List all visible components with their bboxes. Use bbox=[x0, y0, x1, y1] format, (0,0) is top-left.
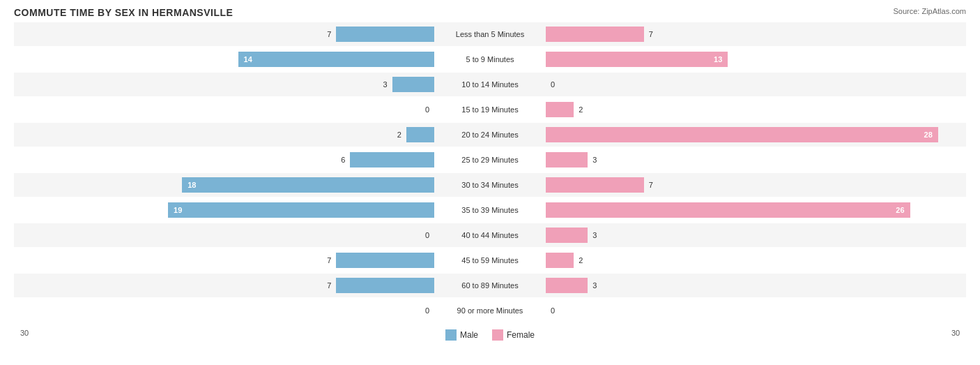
chart-row: 220 to 24 Minutes28 bbox=[14, 123, 966, 147]
male-value-label: 19 bbox=[171, 206, 185, 214]
chart-row: 040 to 44 Minutes3 bbox=[14, 223, 966, 247]
legend-female: Female bbox=[492, 329, 535, 341]
male-bar: 3 bbox=[392, 77, 434, 92]
male-bar: 7 bbox=[336, 253, 434, 268]
male-value-label: 14 bbox=[241, 55, 255, 64]
female-bar-container: 3 bbox=[546, 274, 966, 297]
male-bar-container: 14 bbox=[14, 47, 434, 71]
male-bar-container: 7 bbox=[14, 274, 434, 297]
row-label: 90 or more Minutes bbox=[434, 306, 546, 315]
row-label: Less than 5 Minutes bbox=[434, 30, 546, 38]
female-bar-container: 2 bbox=[546, 248, 966, 272]
chart-row: 310 to 14 Minutes0 bbox=[14, 73, 966, 96]
male-bar-container: 2 bbox=[14, 123, 434, 147]
bottom-section: 30 Male Female 30 bbox=[14, 325, 966, 341]
female-value-label: 0 bbox=[548, 80, 558, 89]
row-label: 60 to 89 Minutes bbox=[434, 281, 546, 290]
male-bar: 18 bbox=[182, 177, 434, 193]
row-label: 15 to 19 Minutes bbox=[434, 105, 546, 114]
bars-area: 7Less than 5 Minutes7145 to 9 Minutes133… bbox=[14, 22, 966, 322]
row-label: 25 to 29 Minutes bbox=[434, 156, 546, 164]
female-value-label: 2 bbox=[576, 105, 585, 114]
row-label: 30 to 34 Minutes bbox=[434, 181, 546, 189]
male-bar-container: 0 bbox=[14, 299, 434, 322]
male-bar: 6 bbox=[350, 152, 434, 167]
chart-row: 015 to 19 Minutes2 bbox=[14, 98, 966, 121]
female-bar-container: 3 bbox=[546, 223, 966, 247]
chart-container: COMMUTE TIME BY SEX IN HERMANSVILLE Sour… bbox=[0, 0, 980, 365]
male-bar: 19 bbox=[168, 202, 434, 218]
female-bar-container: 26 bbox=[546, 198, 966, 222]
female-bar: 28 bbox=[546, 127, 938, 142]
source-text: Source: ZipAtlas.com bbox=[893, 7, 966, 15]
male-value-label: 7 bbox=[324, 256, 334, 265]
chart-row: 145 to 9 Minutes13 bbox=[14, 47, 966, 71]
male-bar: 7 bbox=[336, 278, 434, 293]
chart-row: 1935 to 39 Minutes26 bbox=[14, 198, 966, 222]
female-value-label: 13 bbox=[711, 55, 725, 64]
row-label: 20 to 24 Minutes bbox=[434, 131, 546, 139]
female-value-label: 7 bbox=[646, 181, 656, 189]
chart-row: 625 to 29 Minutes3 bbox=[14, 148, 966, 172]
female-value-label: 7 bbox=[646, 30, 656, 38]
female-value-label: 28 bbox=[921, 131, 935, 139]
chart-row: 090 or more Minutes0 bbox=[14, 299, 966, 322]
row-label: 5 to 9 Minutes bbox=[434, 55, 546, 64]
female-bar: 2 bbox=[546, 102, 574, 117]
legend-male-label: Male bbox=[460, 330, 478, 340]
axis-right-label: 30 bbox=[945, 329, 966, 337]
legend-male: Male bbox=[445, 329, 478, 341]
female-bar: 3 bbox=[546, 278, 588, 293]
legend-female-box bbox=[492, 329, 503, 341]
female-value-label: 2 bbox=[576, 256, 585, 265]
female-bar-container: 7 bbox=[546, 22, 966, 46]
male-value-label: 18 bbox=[185, 181, 199, 189]
female-bar: 13 bbox=[546, 52, 728, 67]
chart-row: 760 to 89 Minutes3 bbox=[14, 274, 966, 297]
female-bar: 7 bbox=[546, 177, 644, 193]
male-bar: 2 bbox=[406, 127, 434, 142]
male-value-label: 7 bbox=[324, 281, 334, 290]
male-bar-container: 7 bbox=[14, 22, 434, 46]
female-value-label: 3 bbox=[590, 156, 599, 164]
legend-female-label: Female bbox=[507, 330, 535, 340]
male-value-label: 7 bbox=[324, 30, 334, 38]
female-value-label: 0 bbox=[548, 306, 558, 315]
female-value-label: 26 bbox=[893, 206, 907, 214]
female-bar: 7 bbox=[546, 27, 644, 42]
male-value-label: 2 bbox=[395, 131, 404, 139]
male-bar-container: 0 bbox=[14, 98, 434, 121]
female-bar-container: 0 bbox=[546, 299, 966, 322]
chart-row: 745 to 59 Minutes2 bbox=[14, 248, 966, 272]
female-bar: 3 bbox=[546, 228, 588, 243]
male-bar-container: 7 bbox=[14, 248, 434, 272]
female-bar-container: 2 bbox=[546, 98, 966, 121]
female-bar: 3 bbox=[546, 152, 588, 167]
chart-row: 1830 to 34 Minutes7 bbox=[14, 173, 966, 197]
male-value-label: 0 bbox=[422, 105, 432, 114]
male-value-label: 0 bbox=[422, 231, 432, 239]
female-bar-container: 0 bbox=[546, 73, 966, 96]
female-bar-container: 13 bbox=[546, 47, 966, 71]
male-value-label: 0 bbox=[422, 306, 432, 315]
row-label: 35 to 39 Minutes bbox=[434, 206, 546, 214]
chart-row: 7Less than 5 Minutes7 bbox=[14, 22, 966, 46]
male-bar-container: 3 bbox=[14, 73, 434, 96]
legend-male-box bbox=[445, 329, 457, 341]
legend: Male Female bbox=[445, 329, 535, 341]
female-bar: 2 bbox=[546, 253, 574, 268]
female-value-label: 3 bbox=[590, 231, 599, 239]
row-label: 45 to 59 Minutes bbox=[434, 256, 546, 265]
male-bar-container: 6 bbox=[14, 148, 434, 172]
male-value-label: 6 bbox=[338, 156, 348, 164]
chart-title: COMMUTE TIME BY SEX IN HERMANSVILLE bbox=[14, 7, 966, 18]
male-bar: 7 bbox=[336, 27, 434, 42]
male-bar-container: 18 bbox=[14, 173, 434, 197]
male-bar-container: 19 bbox=[14, 198, 434, 222]
male-bar-container: 0 bbox=[14, 223, 434, 247]
row-label: 40 to 44 Minutes bbox=[434, 231, 546, 239]
male-bar: 14 bbox=[238, 52, 434, 67]
female-bar-container: 7 bbox=[546, 173, 966, 197]
female-bar-container: 28 bbox=[546, 123, 966, 147]
male-value-label: 3 bbox=[381, 80, 390, 89]
